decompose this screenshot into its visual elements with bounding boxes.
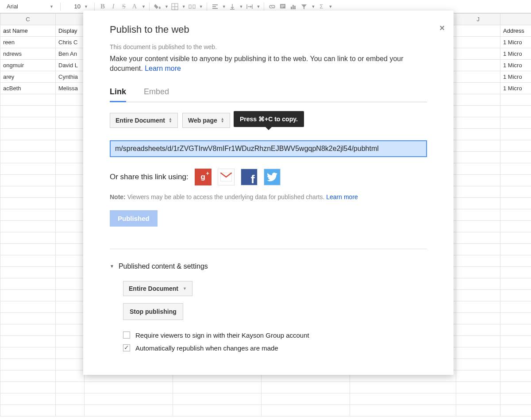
cell[interactable]	[500, 290, 531, 301]
cell[interactable]	[456, 232, 500, 244]
cell[interactable]	[456, 370, 500, 382]
cell[interactable]	[456, 129, 500, 140]
cell[interactable]	[350, 405, 456, 416]
cell[interactable]	[0, 336, 56, 347]
cell[interactable]	[456, 83, 500, 94]
borders-icon[interactable]	[170, 2, 179, 11]
vertical-align-icon[interactable]	[228, 2, 237, 11]
require-signin-checkbox[interactable]	[123, 331, 130, 339]
cell[interactable]	[456, 152, 500, 163]
functions-icon[interactable]: Σ	[317, 2, 326, 11]
horizontal-align-icon[interactable]	[211, 2, 219, 11]
cell[interactable]	[173, 405, 262, 416]
cell[interactable]	[500, 405, 531, 416]
cell[interactable]	[0, 140, 56, 152]
cell[interactable]	[0, 267, 56, 278]
cell[interactable]	[0, 405, 56, 416]
cell[interactable]	[456, 186, 500, 198]
cell[interactable]	[56, 278, 85, 290]
cell[interactable]	[56, 106, 85, 117]
cell[interactable]	[500, 163, 531, 175]
cell[interactable]	[0, 175, 56, 186]
cell[interactable]	[456, 405, 500, 416]
cell[interactable]	[0, 393, 56, 405]
cell[interactable]	[0, 244, 56, 255]
cell[interactable]	[500, 198, 531, 209]
cell[interactable]	[456, 25, 500, 37]
cell[interactable]	[0, 301, 56, 313]
cell[interactable]	[500, 221, 531, 232]
cell[interactable]	[456, 393, 500, 405]
cell[interactable]: 1 Micro	[500, 60, 531, 71]
cell[interactable]: ongmuir	[0, 60, 56, 71]
cell[interactable]	[500, 106, 531, 117]
cell[interactable]	[456, 267, 500, 278]
cell[interactable]	[56, 267, 85, 278]
cell[interactable]	[56, 129, 85, 140]
cell[interactable]: arey	[0, 71, 56, 83]
cell[interactable]	[56, 221, 85, 232]
cell[interactable]	[56, 152, 85, 163]
cell[interactable]	[56, 336, 85, 347]
cell[interactable]	[0, 221, 56, 232]
cell[interactable]	[0, 117, 56, 129]
cell[interactable]	[456, 313, 500, 324]
font-size-dropdown[interactable]: 10 ▼	[64, 2, 91, 11]
cell[interactable]: Chris C	[56, 37, 85, 48]
cell[interactable]	[85, 393, 173, 405]
cell[interactable]	[456, 37, 500, 48]
cell[interactable]	[456, 60, 500, 71]
font-family-dropdown[interactable]: Arial ▼	[4, 2, 57, 11]
cell[interactable]	[56, 232, 85, 244]
cell[interactable]	[56, 382, 85, 393]
cell[interactable]	[500, 232, 531, 244]
cell[interactable]	[0, 129, 56, 140]
publish-url-input[interactable]	[110, 140, 427, 157]
cell[interactable]	[456, 48, 500, 60]
column-header[interactable]	[56, 14, 85, 25]
cell[interactable]	[500, 382, 531, 393]
cell[interactable]: Cynthia	[56, 71, 85, 83]
cell[interactable]	[0, 370, 56, 382]
cell[interactable]	[456, 221, 500, 232]
cell[interactable]	[56, 313, 85, 324]
cell[interactable]	[56, 94, 85, 106]
cell[interactable]	[56, 290, 85, 301]
cell[interactable]: reen	[0, 37, 56, 48]
cell[interactable]	[0, 313, 56, 324]
published-button[interactable]: Published	[110, 210, 158, 227]
settings-scope-dropdown[interactable]: Entire Document ▼	[123, 281, 192, 296]
cell[interactable]	[56, 175, 85, 186]
google-plus-icon[interactable]: g	[195, 169, 212, 185]
cell[interactable]	[500, 94, 531, 106]
cell[interactable]	[56, 244, 85, 255]
cell[interactable]	[56, 255, 85, 267]
cell[interactable]	[500, 175, 531, 186]
cell[interactable]: David L	[56, 60, 85, 71]
cell[interactable]	[0, 209, 56, 221]
cell[interactable]	[500, 301, 531, 313]
cell[interactable]	[456, 117, 500, 129]
cell[interactable]	[500, 393, 531, 405]
cell[interactable]	[500, 347, 531, 359]
cell[interactable]	[456, 324, 500, 336]
cell[interactable]	[56, 198, 85, 209]
content-scope-dropdown[interactable]: Entire Document ▲▼	[110, 113, 178, 128]
italic-icon[interactable]: I	[109, 2, 118, 11]
cell[interactable]	[262, 382, 350, 393]
column-header[interactable]: J	[456, 14, 500, 25]
fill-color-icon[interactable]	[153, 2, 162, 11]
facebook-icon[interactable]: f	[241, 169, 258, 185]
cell[interactable]	[456, 163, 500, 175]
cell[interactable]	[456, 347, 500, 359]
cell[interactable]: acBeth	[0, 83, 56, 94]
cell[interactable]	[456, 336, 500, 347]
cell[interactable]	[456, 198, 500, 209]
cell[interactable]	[0, 106, 56, 117]
cell[interactable]: ast Name	[0, 25, 56, 37]
cell[interactable]	[56, 324, 85, 336]
cell[interactable]	[0, 255, 56, 267]
cell[interactable]	[456, 359, 500, 370]
insert-link-icon[interactable]	[268, 2, 277, 11]
gmail-icon[interactable]	[218, 169, 235, 185]
